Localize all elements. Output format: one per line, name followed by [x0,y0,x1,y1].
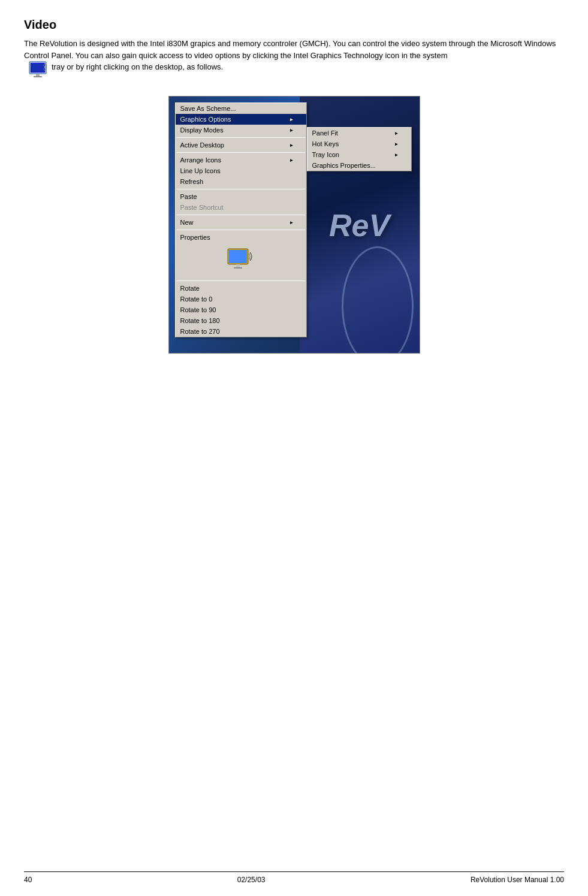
menu-item-new[interactable]: New ► [176,217,306,228]
svg-rect-3 [34,76,42,77]
menu-item-label: Properties [180,234,210,241]
submenu-item-label: Tray Icon [312,151,339,158]
menu-item-label: Rotate to 180 [180,317,220,324]
menu-item-label: Rotate [180,285,200,292]
menu-item-label: Rotate to 0 [180,295,213,303]
footer-date: 02/25/03 [237,876,266,884]
intro-text-1: The ReVolution is designed with the Inte… [24,38,564,61]
menu-item-rotate-0[interactable]: Rotate to 0 [176,294,306,304]
menu-item-line-up-icons[interactable]: Line Up Icons [176,165,306,176]
menu-item-label: Refresh [180,178,204,185]
svg-rect-2 [36,74,40,76]
menu-item-label: Save As Scheme... [180,105,236,112]
menu-item-rotate[interactable]: Rotate [176,283,306,294]
menu-separator [177,215,305,215]
submenu-arrow-icon: ► [290,117,294,122]
menu-item-paste-shortcut: Paste Shortcut [176,202,306,213]
submenu-item-tray-icon[interactable]: Tray Icon ► [307,149,411,160]
submenu-item-hot-keys[interactable]: Hot Keys ► [307,138,411,149]
submenu-arrow-icon: ► [394,152,399,158]
menu-item-label: Rotate to 270 [180,328,220,335]
menu-item-save-as-scheme[interactable]: Save As Scheme... [176,103,306,114]
menu-item-label: Graphics Options [180,116,231,123]
graphics-options-submenu: Panel Fit ► Hot Keys ► Tray Icon ► Graph… [307,127,412,171]
menu-item-properties[interactable]: Properties [176,232,306,243]
submenu-arrow-icon: ► [290,128,294,133]
revo-logo-text: ReV [329,207,390,243]
screenshot-wrapper: ReV Save As Scheme... Graphics Options ►… [168,96,420,354]
menu-item-label: Active Desktop [180,141,224,149]
menu-item-rotate-270[interactable]: Rotate to 270 [176,326,306,337]
submenu-item-label: Graphics Properties... [312,162,376,169]
submenu-arrow-icon: ► [290,220,294,225]
menu-separator [177,152,305,153]
intel-monitor-icon [226,248,256,274]
menu-item-label: Rotate to 90 [180,306,216,313]
menu-item-arrange-icons[interactable]: Arrange Icons ► [176,155,306,165]
menu-item-rotate-180[interactable]: Rotate to 180 [176,315,306,326]
intro-paragraph: The ReVolution is designed with the Inte… [24,38,564,84]
footer-manual-name: ReVolution User Manual 1.00 [471,876,564,884]
svg-rect-8 [236,264,240,267]
tray-icon-image [26,59,49,82]
screenshot-container: ReV Save As Scheme... Graphics Options ►… [24,96,564,354]
menu-item-graphics-options[interactable]: Graphics Options ► Panel Fit ► Hot Keys … [176,114,306,125]
menu-item-label: Paste Shortcut [180,204,224,211]
menu-separator [177,137,305,138]
menu-item-label: Arrange Icons [180,156,221,164]
context-menu: Save As Scheme... Graphics Options ► Pan… [175,102,307,337]
revo-circle [342,246,414,354]
menu-item-label: Paste [180,193,197,200]
menu-item-active-desktop[interactable]: Active Desktop ► [176,140,306,150]
menu-item-label: Line Up Icons [180,167,221,174]
menu-item-paste[interactable]: Paste [176,191,306,202]
submenu-item-graphics-properties[interactable]: Graphics Properties... [307,160,411,171]
intro-text-2: tray or by right clicking on the desktop… [52,61,223,73]
submenu-item-panel-fit[interactable]: Panel Fit ► [307,128,411,138]
submenu-arrow-icon: ► [394,131,399,136]
menu-item-rotate-90[interactable]: Rotate to 90 [176,304,306,315]
menu-item-display-modes[interactable]: Display Modes ► [176,125,306,135]
svg-rect-4 [31,64,44,72]
submenu-arrow-icon: ► [394,141,399,147]
submenu-arrow-icon: ► [290,143,294,148]
menu-item-label: Display Modes [180,126,224,134]
menu-separator [177,280,305,281]
intel-icon-area [176,243,306,279]
page-title: Video [24,18,564,32]
footer-page-number: 40 [24,876,32,884]
menu-separator [177,230,305,230]
svg-rect-9 [234,267,242,269]
submenu-arrow-icon: ► [290,158,294,163]
svg-rect-7 [229,250,247,263]
submenu-item-label: Panel Fit [312,129,338,137]
page-footer: 40 02/25/03 ReVolution User Manual 1.00 [24,871,564,884]
menu-item-refresh[interactable]: Refresh [176,176,306,187]
menu-item-label: New [180,219,194,226]
menu-separator [177,189,305,189]
submenu-item-label: Hot Keys [312,140,339,147]
